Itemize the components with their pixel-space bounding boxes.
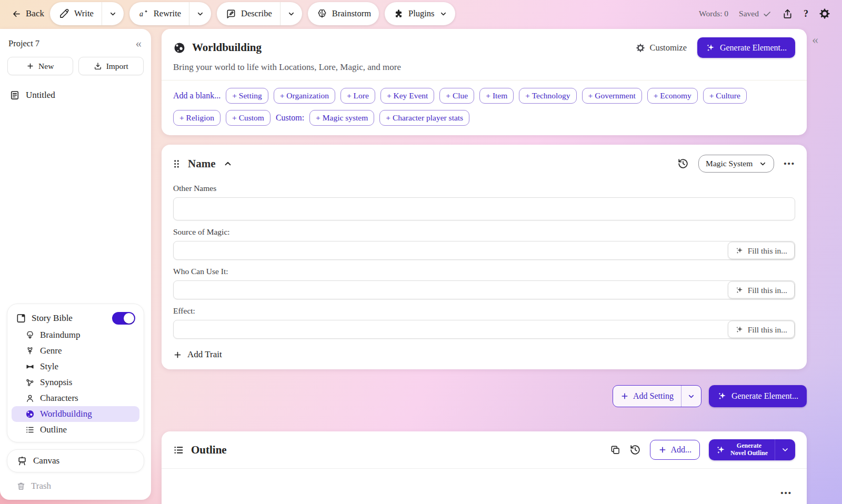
gear-icon [636, 43, 645, 53]
sidebar-item-label: Braindump [40, 330, 81, 340]
plugins-button-group: Plugins [385, 2, 455, 25]
brainstorm-button[interactable]: Brainstorm [308, 2, 379, 25]
import-button[interactable]: Import [78, 57, 144, 75]
right-panel-collapse-icon[interactable]: « [812, 33, 818, 47]
source-of-magic-input[interactable] [173, 241, 795, 260]
chip-key-event[interactable]: + Key Event [380, 88, 434, 104]
chip-lore[interactable]: + Lore [340, 88, 375, 104]
generate-element-button-footer[interactable]: Generate Element... [709, 385, 807, 407]
element-type-value: Magic System [706, 159, 753, 168]
fill-this-in-button[interactable]: Fill this in... [728, 321, 795, 338]
chip-custom[interactable]: + Custom [226, 110, 270, 126]
rewrite-button-group: a Rewrite [129, 2, 211, 25]
sparkles-icon [706, 43, 715, 53]
chevron-down-icon [781, 446, 789, 454]
page-subtitle: Bring your world to life with Locations,… [173, 62, 795, 73]
sparkles-icon [717, 391, 727, 401]
chip-technology[interactable]: + Technology [519, 88, 576, 104]
sidebar-collapse-icon[interactable]: « [136, 37, 142, 49]
brain-icon [317, 8, 327, 19]
sidebar-item-synopsis[interactable]: Synopsis [12, 375, 139, 390]
sidebar-item-worldbuilding[interactable]: Worldbuilding [12, 406, 139, 422]
sidebar-item-outline[interactable]: Outline [12, 422, 139, 438]
drag-handle-icon[interactable] [173, 159, 180, 168]
add-setting-dropdown-chevron[interactable] [681, 386, 701, 407]
collapse-chevron-up-icon[interactable] [223, 159, 233, 168]
element-card-header: Name Magic System ••• [162, 145, 807, 177]
customize-button[interactable]: Customize [636, 43, 687, 53]
chip-character-player-stats[interactable]: + Character player stats [379, 110, 469, 126]
write-button[interactable]: Write [50, 2, 102, 25]
chip-religion[interactable]: + Religion [173, 110, 220, 126]
story-bible-toggle[interactable] [112, 312, 135, 325]
generate-novel-outline-dropdown-chevron[interactable] [775, 439, 795, 460]
write-dropdown-chevron[interactable] [102, 2, 124, 25]
element-type-selector[interactable]: Magic System [698, 155, 774, 173]
who-can-use-it-input[interactable] [173, 280, 795, 299]
other-names-input[interactable] [173, 197, 795, 220]
field-source-of-magic: Source of Magic: Fill this in... [173, 227, 795, 260]
chip-magic-system[interactable]: + Magic system [309, 110, 374, 126]
style-icon [25, 362, 35, 371]
sidebar-item-label: Genre [40, 346, 62, 356]
plugin-icon [394, 9, 404, 19]
document-item[interactable]: Untitled [0, 86, 151, 105]
sidebar-item-characters[interactable]: Characters [12, 390, 139, 406]
generate-novel-outline-button[interactable]: Generate Novel Outline [709, 439, 775, 460]
chip-organization[interactable]: + Organization [274, 88, 335, 104]
sidebar-item-style[interactable]: Style [12, 359, 139, 375]
field-effect: Effect: Fill this in... [173, 306, 795, 339]
brainstorm-button-group: Brainstorm [308, 2, 379, 25]
more-options-icon[interactable]: ••• [784, 159, 795, 168]
sidebar-item-braindump[interactable]: Braindump [12, 327, 139, 343]
page-title: Worldbuilding [192, 41, 262, 54]
rewrite-button[interactable]: a Rewrite [129, 2, 189, 25]
chip-culture[interactable]: + Culture [703, 88, 747, 104]
describe-dropdown-chevron[interactable] [280, 2, 302, 25]
outline-more-options-icon[interactable]: ••• [780, 489, 792, 498]
gear-icon[interactable] [819, 8, 830, 19]
import-label: Import [106, 62, 128, 71]
generate-element-button[interactable]: Generate Element... [697, 37, 795, 58]
plugins-button[interactable]: Plugins [385, 2, 455, 25]
describe-button[interactable]: Describe [217, 2, 280, 25]
chip-setting[interactable]: + Setting [226, 88, 268, 104]
new-document-button[interactable]: New [7, 57, 73, 75]
canvas-item[interactable]: Canvas [7, 449, 144, 472]
sidebar-item-genre[interactable]: Genre [12, 343, 139, 359]
toggle-knob [124, 313, 134, 324]
outline-title: Outline [191, 443, 227, 457]
fill-this-in-label: Fill this in... [748, 246, 787, 255]
back-button[interactable]: Back [12, 8, 44, 19]
easel-icon [17, 456, 27, 466]
rewrite-dropdown-chevron[interactable] [189, 2, 211, 25]
history-icon[interactable] [677, 158, 689, 169]
history-icon[interactable] [629, 444, 641, 456]
chip-government[interactable]: + Government [582, 88, 642, 104]
add-setting-label: Add Setting [633, 391, 674, 401]
sparkles-icon [716, 445, 726, 455]
chip-item[interactable]: + Item [479, 88, 514, 104]
fill-this-in-button[interactable]: Fill this in... [728, 281, 795, 299]
chevron-down-icon [759, 160, 767, 168]
plus-icon [26, 62, 34, 70]
story-bible-item[interactable]: Story Bible [12, 309, 139, 327]
add-blank-button[interactable]: Add a blank... [173, 91, 220, 100]
add-trait-button[interactable]: Add Trait [173, 349, 795, 360]
effect-input[interactable] [173, 320, 795, 339]
outline-add-button[interactable]: Add... [650, 440, 700, 460]
fill-this-in-button[interactable]: Fill this in... [728, 242, 795, 259]
custom-section-label: Custom: [276, 113, 304, 123]
trash-item[interactable]: Trash [7, 481, 144, 491]
help-button[interactable]: ? [804, 8, 808, 19]
chip-economy[interactable]: + Economy [647, 88, 698, 104]
field-label: Who Can Use It: [173, 267, 795, 276]
copy-icon[interactable] [610, 445, 620, 455]
check-icon [763, 9, 771, 18]
braindump-icon [25, 330, 35, 340]
share-icon[interactable] [782, 8, 793, 19]
add-setting-button[interactable]: Add Setting [613, 386, 681, 407]
chip-clue[interactable]: + Clue [439, 88, 474, 104]
chip-row-1: Add a blank... + Setting + Organization … [173, 88, 795, 104]
back-arrow-icon [12, 9, 22, 19]
